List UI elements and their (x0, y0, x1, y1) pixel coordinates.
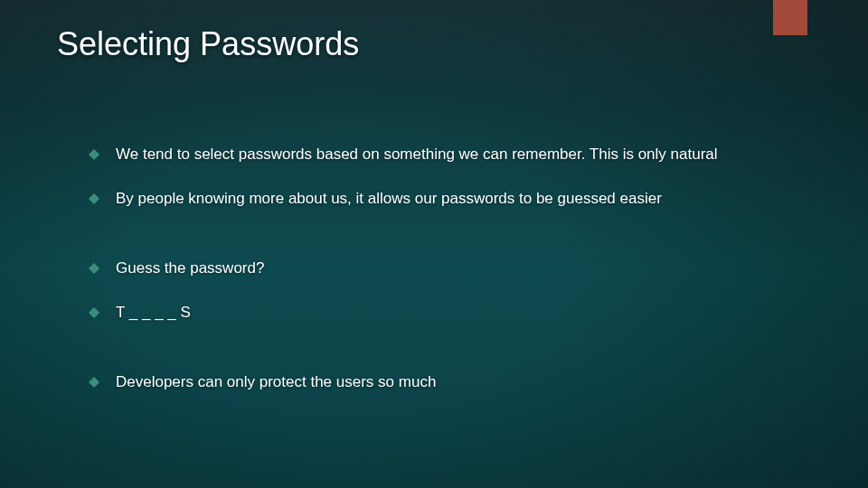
list-item-text: By people knowing more about us, it allo… (116, 189, 787, 210)
slide: Selecting Passwords We tend to select pa… (0, 0, 868, 488)
diamond-bullet-icon (89, 193, 99, 204)
list-item: T _ _ _ _ S (89, 303, 787, 324)
list-item: We tend to select passwords based on som… (89, 145, 787, 165)
svg-marker-0 (89, 149, 99, 160)
list-item: Developers can only protect the users so… (89, 372, 787, 393)
list-item-text: T _ _ _ _ S (116, 303, 787, 324)
svg-marker-3 (89, 307, 99, 318)
list-item-text: We tend to select passwords based on som… (116, 145, 787, 165)
bullet-list: We tend to select passwords based on som… (89, 145, 787, 417)
slide-title: Selecting Passwords (57, 25, 359, 63)
list-item: By people knowing more about us, it allo… (89, 189, 787, 210)
svg-marker-2 (89, 263, 99, 274)
diamond-bullet-icon (89, 263, 99, 274)
diamond-bullet-icon (89, 377, 99, 388)
diamond-bullet-icon (89, 307, 99, 318)
list-item-text: Guess the password? (116, 258, 787, 279)
svg-marker-1 (89, 193, 99, 204)
svg-marker-4 (89, 377, 99, 388)
diamond-bullet-icon (89, 149, 99, 160)
list-item-text: Developers can only protect the users so… (116, 372, 787, 393)
accent-block (773, 0, 807, 35)
list-item: Guess the password? (89, 258, 787, 279)
